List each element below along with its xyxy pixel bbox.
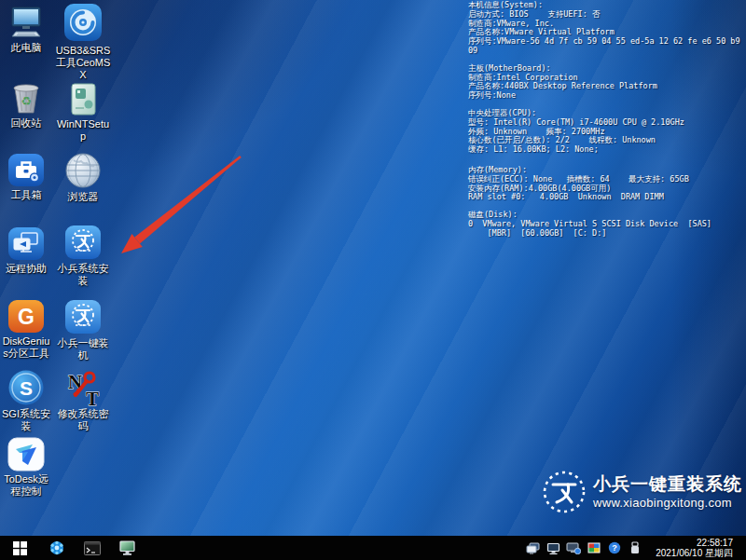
- recycle-bin-icon: ♻: [7, 80, 45, 116]
- desktop-icon-sgi-install[interactable]: S SGI系统安装: [0, 369, 52, 432]
- svg-text:S: S: [20, 377, 33, 399]
- sysinfo-disk: 磁盘(Disk): 0 VMware, VMware Virtual S SCS…: [468, 211, 745, 238]
- windows-logo-icon: [13, 541, 27, 555]
- taskbar-app-ceomsx[interactable]: [39, 536, 75, 560]
- desktop-icon-label: ToDesk远程控制: [0, 473, 52, 498]
- tray-vm-tools-icon[interactable]: [566, 540, 581, 556]
- desktop-icon-usb3-tool[interactable]: USB3&SRS工具CeoMSX: [54, 3, 112, 81]
- desktop-icon-label: USB3&SRS工具CeoMSX: [54, 45, 112, 81]
- todesk-icon: [7, 436, 45, 471]
- desktop-icon-label: 此电脑: [11, 42, 42, 54]
- desktop-icon-xiaobing-onekey[interactable]: 小兵一键装机: [54, 298, 112, 362]
- desktop-icon-recycle-bin[interactable]: ♻ 回收站: [0, 80, 52, 130]
- desktop-icon-label: 回收站: [11, 117, 42, 130]
- desktop-icon-browser[interactable]: 浏览器: [54, 152, 112, 203]
- desktop-icon-diskgenius[interactable]: G DiskGenius分区工具: [0, 298, 52, 360]
- desktop-icon-label: 远程协助: [6, 263, 47, 275]
- taskbar-app-cmd[interactable]: [75, 536, 110, 560]
- svg-text:G: G: [18, 305, 35, 329]
- desktop-icon-label: 工具箱: [11, 189, 42, 201]
- remote-assist-icon: [7, 225, 45, 261]
- nt-password-icon: N T: [64, 369, 102, 406]
- diskgenius-icon: G: [7, 298, 45, 334]
- winntsetup-icon: [64, 82, 102, 116]
- desktop-screen: 此电脑 ♻ 回收站 工具箱: [0, 0, 746, 560]
- sysinfo-motherboard: 主板(MotherBoard): 制造商:Intel Corporation 产…: [468, 64, 745, 101]
- command-prompt-icon: [84, 541, 101, 555]
- watermark-title: 小兵一键重装系统: [593, 474, 742, 495]
- desktop-icon-label: 小兵一键装机: [54, 337, 112, 362]
- tray-remote-desktop-icon[interactable]: [525, 540, 540, 556]
- toolbox-icon: [7, 152, 45, 187]
- desktop-icon-remote-assist[interactable]: 远程协助: [0, 225, 52, 275]
- desktop-icon-label: WinNTSetup: [54, 118, 112, 143]
- desktop-icon-label: 浏览器: [68, 191, 99, 203]
- xiaobing-watermark: 小兵一键重装系统 www.xiaobingxitong.com: [540, 468, 742, 516]
- clock-date: 2021/06/10 星期四: [656, 548, 733, 558]
- svg-text:♻: ♻: [21, 94, 32, 108]
- tray-color-profile-icon[interactable]: [587, 540, 601, 556]
- svg-text:?: ?: [612, 543, 617, 553]
- browser-globe-icon: [64, 152, 102, 189]
- desktop-icon-todesk[interactable]: ToDesk远程控制: [0, 436, 52, 498]
- clock-time: 22:58:17: [656, 538, 733, 548]
- sysinfo-memory: 内存(Memory): 错误纠正(ECC): None 插槽数: 64 最大支持…: [468, 166, 745, 202]
- desktop-icon-winntsetup[interactable]: WinNTSetup: [54, 82, 112, 143]
- taskbar-app-display[interactable]: [110, 536, 145, 560]
- desktop-icon-label: 小兵系统安装: [54, 263, 112, 287]
- desktop-icon-toolbox[interactable]: 工具箱: [0, 152, 52, 201]
- tray-usb-eject-icon[interactable]: [628, 540, 642, 556]
- system-info-overlay: 本机信息(System): 启动方式: BIOS 支持UEFI: 否 制造商:V…: [468, 1, 745, 247]
- taskbar-clock[interactable]: 22:58:17 2021/06/10 星期四: [648, 538, 739, 558]
- ceomsx-app-icon: [48, 540, 65, 556]
- taskbar: ? 22:58:17 2021/06/10 星期四: [0, 536, 746, 560]
- desktop-icon-nt-password[interactable]: N T 修改系统密码: [54, 369, 112, 432]
- usb3-tool-icon: [62, 3, 104, 43]
- start-button[interactable]: [0, 536, 39, 560]
- xiaobing-install-icon: [63, 224, 103, 261]
- desktop-icon-label: 修改系统密码: [54, 408, 112, 432]
- xiaobing-logo-icon: [540, 468, 588, 516]
- desktop-icon-label: SGI系统安装: [0, 408, 52, 432]
- computer-display-icon: [119, 540, 137, 556]
- watermark-url: www.xiaobingxitong.com: [593, 495, 742, 511]
- desktop-icon-this-pc[interactable]: 此电脑: [0, 6, 52, 54]
- desktop-icon-xiaobing-install[interactable]: 小兵系统安装: [54, 224, 112, 287]
- this-pc-icon: [7, 6, 45, 40]
- system-tray: ? 22:58:17 2021/06/10 星期四: [525, 538, 746, 558]
- desktop-icon-label: DiskGenius分区工具: [0, 335, 52, 360]
- tray-help-icon[interactable]: ?: [607, 540, 622, 556]
- red-arrow-annotation: [112, 140, 280, 270]
- sysinfo-system: 本机信息(System): 启动方式: BIOS 支持UEFI: 否 制造商:V…: [468, 1, 745, 56]
- sgi-install-icon: S: [7, 369, 45, 406]
- xiaobing-onekey-icon: [63, 298, 103, 335]
- sysinfo-cpu: 中央处理器(CPU): 型号: Intel(R) Core(TM) i7-460…: [468, 109, 745, 155]
- svg-text:T: T: [86, 388, 99, 406]
- tray-network-display-icon[interactable]: [546, 540, 560, 556]
